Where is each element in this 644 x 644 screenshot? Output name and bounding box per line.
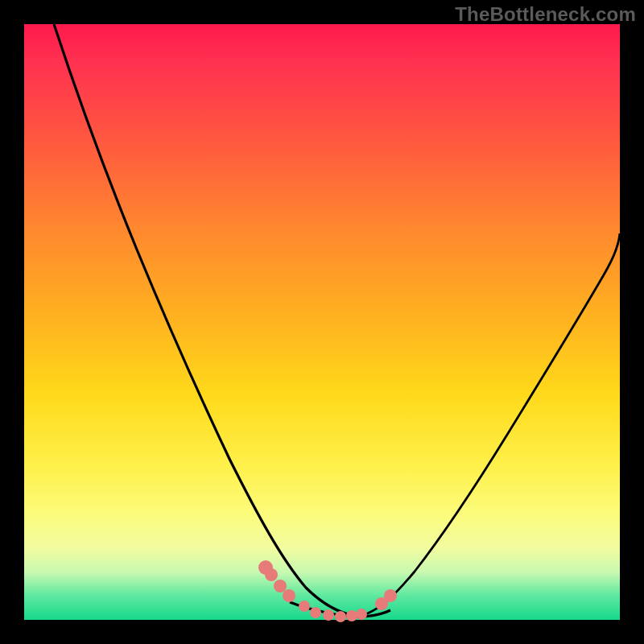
marker <box>265 568 278 581</box>
marker <box>283 589 295 602</box>
right-curve <box>358 233 620 617</box>
marker-group-right <box>375 589 397 610</box>
marker <box>346 610 357 621</box>
curves-svg <box>24 24 620 620</box>
chart-frame: TheBottleneck.com <box>0 0 644 644</box>
marker <box>274 580 287 592</box>
left-curve <box>54 24 358 617</box>
marker-group-left <box>258 560 310 612</box>
marker <box>310 607 321 618</box>
marker <box>299 601 310 612</box>
marker <box>335 611 346 622</box>
marker <box>384 589 397 602</box>
marker <box>323 609 334 621</box>
watermark-text: TheBottleneck.com <box>455 3 636 26</box>
marker-group-bottom <box>310 607 367 622</box>
plot-area <box>24 24 620 620</box>
marker <box>356 609 367 620</box>
